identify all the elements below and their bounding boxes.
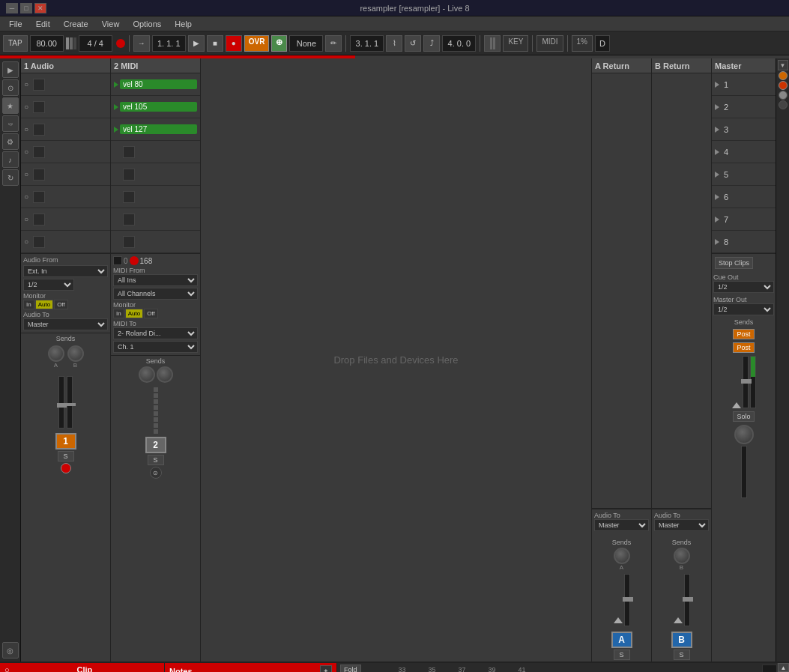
audio-to-select[interactable]: Master xyxy=(23,318,108,330)
arrow-button[interactable]: → xyxy=(133,35,150,52)
menu-view[interactable]: View xyxy=(96,18,126,30)
midi-mon-off[interactable]: Off xyxy=(144,309,158,318)
audio-s-btn[interactable]: S xyxy=(58,451,74,461)
mon-in-btn[interactable]: In xyxy=(23,300,34,309)
r-gray-btn-2[interactable] xyxy=(779,100,788,109)
a-audio-to-select[interactable]: Master xyxy=(594,519,649,531)
master-fader[interactable] xyxy=(743,356,749,408)
menu-create[interactable]: Create xyxy=(58,18,94,30)
fold-button[interactable]: Fold xyxy=(340,665,361,672)
bpm-display[interactable]: 80.00 xyxy=(30,35,64,52)
mon-off-btn[interactable]: Off xyxy=(54,300,68,309)
midi-icon[interactable]: ⊙ xyxy=(150,467,162,479)
midi-from-select[interactable]: All Ins xyxy=(113,274,198,286)
audio-empty-4[interactable] xyxy=(33,146,45,158)
midi-ch-select[interactable]: Ch. 1 xyxy=(113,341,198,353)
wave-button[interactable]: ⌇ xyxy=(386,35,402,52)
midi-clip-slot-1[interactable]: vel 80 xyxy=(111,73,200,96)
b-s-btn[interactable]: S xyxy=(674,650,690,660)
post-button-1[interactable]: Post xyxy=(733,329,754,339)
midi-clip-3[interactable]: vel 127 xyxy=(120,124,197,134)
send-b-knob[interactable] xyxy=(67,345,84,362)
midi-send-b-knob[interactable] xyxy=(157,366,173,383)
menu-file[interactable]: File xyxy=(3,18,28,30)
punch-button[interactable]: ⤴ xyxy=(423,35,440,52)
maximize-button[interactable]: □ xyxy=(20,3,32,13)
midi-button[interactable]: MIDI xyxy=(536,35,563,52)
sidebar-icon-4[interactable]: ⚙ xyxy=(2,133,19,150)
sidebar-icon-2[interactable]: ★ xyxy=(2,97,19,114)
menu-help[interactable]: Help xyxy=(169,18,198,30)
r-gray-btn-1[interactable] xyxy=(779,91,788,100)
midi-to-select[interactable]: 2- Roland Di... xyxy=(113,327,198,339)
audio-empty-6[interactable] xyxy=(33,191,45,203)
master-cue-knob[interactable] xyxy=(734,425,754,444)
midi-track-num[interactable]: 2 xyxy=(145,437,166,453)
sidebar-icon-0[interactable]: ▶ xyxy=(2,61,19,78)
midi-clip-2[interactable]: vel 105 xyxy=(120,102,197,112)
audio-fader[interactable] xyxy=(58,376,64,429)
midi-empty-5[interactable] xyxy=(123,169,135,181)
sidebar-icon-bottom[interactable]: ◎ xyxy=(2,642,19,659)
audio-empty-1[interactable] xyxy=(33,79,45,91)
r-orange-btn[interactable] xyxy=(779,71,788,80)
sidebar-icon-5[interactable]: ♪ xyxy=(2,151,19,168)
play-button[interactable]: ▶ xyxy=(188,35,205,52)
tap-button[interactable]: TAP xyxy=(3,35,28,52)
cue-out-select[interactable]: 1/2 xyxy=(713,281,774,293)
center-drop-area[interactable]: Drop Files and Devices Here xyxy=(201,58,592,662)
audio-channel-select[interactable]: 1/2 xyxy=(23,279,74,291)
midi-empty-8[interactable] xyxy=(123,236,135,248)
sidebar-icon-3[interactable]: ⎃ xyxy=(2,115,19,132)
audio-empty-5[interactable] xyxy=(33,169,45,181)
audio-empty-3[interactable] xyxy=(33,124,45,136)
b-track-letter[interactable]: B xyxy=(671,632,692,648)
midi-send-a-knob[interactable] xyxy=(139,366,155,383)
midi-mon-auto[interactable]: Auto xyxy=(125,309,143,318)
audio-empty-8[interactable] xyxy=(33,236,45,248)
midi-clip-slot-2[interactable]: vel 105 xyxy=(111,96,200,118)
b-send-b-knob[interactable] xyxy=(674,548,690,564)
post-button-2[interactable]: Post xyxy=(733,342,754,353)
loop-button[interactable]: ↺ xyxy=(405,35,421,52)
stop-button[interactable]: ■ xyxy=(207,35,223,52)
audio-empty-7[interactable] xyxy=(33,214,45,225)
pct-button[interactable]: 1% xyxy=(572,35,593,52)
b-fader[interactable] xyxy=(684,574,690,626)
audio-from-select[interactable]: Ext. In xyxy=(23,265,108,277)
menu-edit[interactable]: Edit xyxy=(30,18,56,30)
midi-s-btn[interactable]: S xyxy=(148,455,164,465)
midi-empty-4[interactable] xyxy=(123,146,135,158)
stop-clips-button[interactable]: Stop Clips xyxy=(715,257,753,269)
scroll-up-btn[interactable]: ▲ xyxy=(778,663,789,672)
right-scrollbar[interactable]: ▲ ▼ xyxy=(777,663,789,672)
audio-track-num[interactable]: 1 xyxy=(55,433,76,449)
none-display[interactable]: None xyxy=(289,35,323,52)
time-signature[interactable]: 4 / 4 xyxy=(79,35,112,52)
notes-add-btn[interactable]: + xyxy=(320,665,332,672)
sidebar-icon-1[interactable]: ⊙ xyxy=(2,79,19,96)
sidebar-icon-6[interactable]: ↻ xyxy=(2,169,19,186)
scroll-h[interactable] xyxy=(762,665,777,672)
record-button[interactable]: ● xyxy=(226,35,242,52)
b-audio-to-select[interactable]: Master xyxy=(654,519,709,531)
minimize-button[interactable]: ─ xyxy=(6,3,18,13)
pencil-button[interactable]: ✏ xyxy=(325,35,342,52)
master-out-select[interactable]: 1/2 xyxy=(713,303,774,315)
r-red-btn[interactable] xyxy=(779,81,788,90)
midi-clip-1[interactable]: vel 80 xyxy=(120,79,197,89)
mon-auto-btn[interactable]: Auto xyxy=(35,300,53,309)
r-btn-1[interactable]: ▼ xyxy=(778,60,788,70)
close-button[interactable]: ✕ xyxy=(34,3,46,13)
plus-button[interactable]: ⊕ xyxy=(271,35,287,52)
a-track-letter[interactable]: A xyxy=(611,632,632,648)
midi-channel-select[interactable]: All Channels xyxy=(113,288,198,300)
key-button[interactable]: KEY xyxy=(503,35,528,52)
midi-clip-slot-3[interactable]: vel 127 xyxy=(111,118,200,141)
midi-mon-in[interactable]: In xyxy=(113,309,124,318)
menu-options[interactable]: Options xyxy=(127,18,167,30)
solo-button[interactable]: Solo xyxy=(733,411,754,422)
a-fader[interactable] xyxy=(624,574,630,626)
a-send-a-knob[interactable] xyxy=(614,548,630,564)
audio-fader-2[interactable] xyxy=(67,376,73,429)
